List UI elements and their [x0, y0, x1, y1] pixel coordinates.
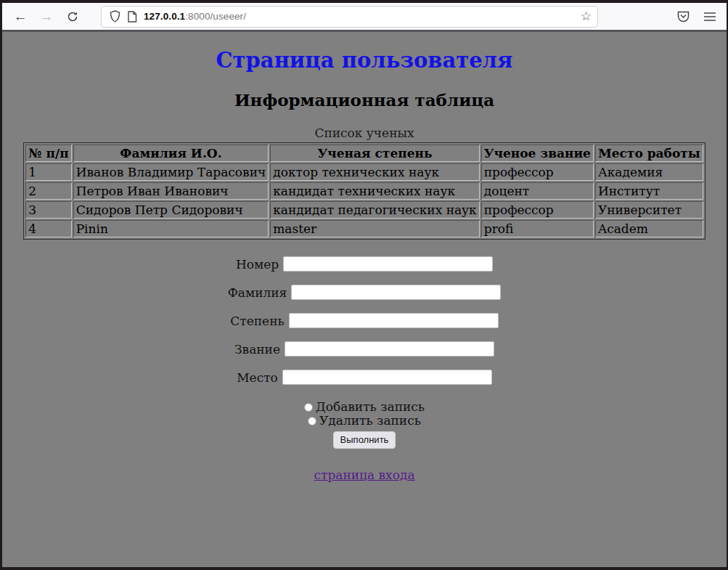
url-text: 127.0.0.1:8000/useeer/ — [144, 11, 574, 22]
table-row: 3 Сидоров Петр Сидорович кандидат педаго… — [25, 201, 703, 219]
execute-button[interactable]: Выполнить — [333, 431, 396, 449]
reload-button[interactable] — [62, 6, 83, 28]
col-header-degree: Ученая степень — [270, 144, 480, 162]
degree-field-label: Степень — [230, 314, 284, 328]
reload-icon — [67, 11, 78, 23]
add-record-radio[interactable] — [304, 403, 313, 412]
cell-workplace: Университет — [595, 201, 703, 219]
cell-name: Сидоров Петр Сидорович — [73, 201, 269, 219]
action-radio-group: Добавить запись Удалить запись — [2, 400, 727, 428]
forward-button[interactable]: → — [36, 6, 57, 28]
col-header-rank: Ученое звание — [481, 144, 594, 162]
rank-field-label: Звание — [234, 342, 280, 357]
browser-window: ← → 127.0.0.1:8000/useeer/ ☆ — [0, 0, 728, 570]
table-header-row: № п/п Фамилия И.О. Ученая степень Ученое… — [25, 144, 703, 162]
login-page-link[interactable]: страница входа — [314, 468, 414, 482]
page-info-icon[interactable] — [127, 11, 137, 23]
table-caption: Список ученых — [23, 126, 705, 142]
cell-name: Иванов Владимир Тарасович — [73, 163, 269, 181]
col-header-name: Фамилия И.О. — [73, 144, 269, 162]
cell-number: 1 — [25, 163, 72, 181]
table-row: 2 Петров Иван Иванович кандидат техничес… — [25, 182, 703, 200]
page-title: Страница пользователя — [2, 48, 727, 73]
record-form: Номер Фамилия Степень Звание Место Добав… — [2, 256, 727, 482]
menu-hamburger-icon[interactable] — [703, 12, 716, 22]
workplace-field[interactable] — [282, 370, 492, 385]
number-field[interactable] — [283, 256, 493, 272]
cell-degree: кандидат педагогических наук — [270, 201, 480, 219]
url-bar[interactable]: 127.0.0.1:8000/useeer/ ☆ — [101, 6, 598, 28]
number-field-label: Номер — [236, 257, 279, 272]
cell-degree: доктор технических наук — [270, 163, 480, 181]
cell-rank: профессор — [481, 163, 594, 181]
table-row: 1 Иванов Владимир Тарасович доктор техни… — [25, 163, 703, 181]
cell-degree: master — [270, 220, 480, 237]
toolbar-right-icons — [676, 9, 716, 23]
delete-record-radio[interactable] — [308, 417, 316, 426]
cell-degree: кандидат технических наук — [270, 182, 480, 200]
page-subtitle: Информационная таблица — [2, 90, 727, 110]
cell-workplace: Academ — [595, 220, 703, 237]
browser-toolbar: ← → 127.0.0.1:8000/useeer/ ☆ — [2, 3, 727, 32]
scientists-table: Список ученых № п/п Фамилия И.О. Ученая … — [23, 126, 705, 240]
shield-icon[interactable] — [110, 10, 120, 23]
cell-workplace: Академия — [595, 163, 703, 181]
url-path: :8000/useeer/ — [185, 11, 246, 22]
pocket-icon[interactable] — [676, 9, 690, 23]
cell-name: Петров Иван Иванович — [73, 182, 269, 200]
delete-record-radio-label: Удалить запись — [319, 413, 421, 428]
cell-workplace: Институт — [595, 182, 703, 200]
table-row: 4 Pinin master profi Academ — [25, 220, 703, 237]
cell-rank: профессор — [481, 201, 594, 219]
workplace-field-label: Место — [237, 370, 278, 385]
add-record-radio-label: Добавить запись — [316, 399, 425, 414]
col-header-number: № п/п — [25, 144, 72, 162]
cell-number: 4 — [25, 220, 72, 237]
url-host: 127.0.0.1 — [144, 11, 185, 22]
surname-field[interactable] — [291, 285, 501, 300]
rank-field[interactable] — [285, 341, 494, 357]
degree-field[interactable] — [289, 313, 499, 328]
col-header-workplace: Место работы — [595, 144, 703, 162]
cell-number: 2 — [25, 182, 72, 200]
back-button[interactable]: ← — [9, 6, 31, 28]
surname-field-label: Фамилия — [228, 285, 287, 300]
cell-name: Pinin — [73, 220, 269, 237]
cell-rank: profi — [481, 220, 594, 237]
cell-number: 3 — [25, 201, 72, 219]
bookmark-star-icon[interactable]: ☆ — [581, 9, 592, 24]
page-content: Страница пользователя Информационная таб… — [2, 32, 727, 482]
cell-rank: доцент — [481, 182, 594, 200]
